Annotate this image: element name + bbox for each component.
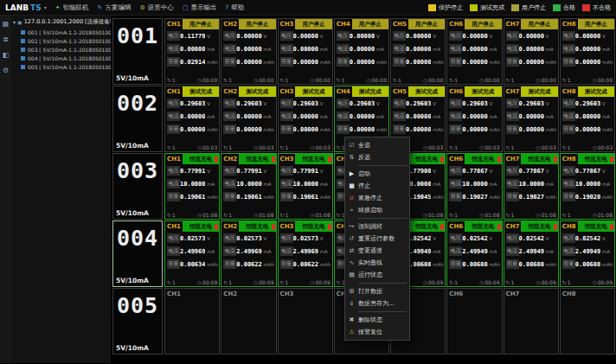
channel-cell[interactable]: CH5 用户停止 电压 0.00000 V 电流 0.00000 mA 容量 0…	[390, 18, 446, 85]
logo-dropdown-icon[interactable]: ▾	[44, 4, 47, 10]
app-logo[interactable]: LANB TS ▾	[5, 3, 47, 12]
channel-cell[interactable]: CH1 测试完成 电压 0.29603 V 电流 0.00000 mA 容量 0…	[164, 86, 220, 152]
time-indicator: ◷00:09	[310, 279, 330, 285]
step-icon: ↻	[337, 279, 341, 285]
channel-cell[interactable]: CH7 恒流充电 电压 0.77867 V 电流 10.0000 mA 容量 0…	[504, 153, 559, 220]
current-label: 电流	[393, 112, 406, 121]
channel-cell[interactable]: CH3	[278, 288, 333, 354]
titlebar-menu-item[interactable]: ⚙ 设置中心	[139, 3, 173, 12]
channel-cell[interactable]: CH8	[560, 288, 615, 354]
context-menu-item[interactable]: ↺ 重置运行参数	[345, 233, 409, 245]
clock-icon: ◷	[536, 77, 540, 83]
capacity-label: 容量	[449, 192, 462, 201]
current-row: 电流 0.00000 mA	[447, 110, 501, 123]
channel-cell[interactable]: CH3 恒流充电 电压 0.77991 V 电流 10.0000 mA 容量 0…	[278, 153, 333, 220]
channel-cell[interactable]: CH8 恒流充电 电压 0.77867 V 电流 10.0000 mA 容量 0…	[560, 153, 615, 220]
channel-cell[interactable]: CH6 恒流充电 电压 0.77867 V 电流 10.0000 mA 容量 0…	[446, 153, 502, 220]
channel-cell[interactable]: CH6	[446, 288, 502, 354]
channel-cell[interactable]: CH7 用户停止 电压 0.00000 V 电流 0.00000 mA 容量 0…	[504, 18, 559, 85]
channel-cell[interactable]: CH3 恒阻充电 电压 0.02573 V 电流 2.49969 mA 容量 0…	[278, 220, 333, 287]
tree-device-item[interactable]: 001 [ 5V/10mA-1.1-201805010001]	[13, 28, 109, 36]
channel-cell[interactable]: CH2 用户停止 电压 0.00000 V 电流 0.00000 mA 容量 0…	[221, 18, 276, 85]
context-menu-item[interactable]: ☑ 全选	[345, 139, 409, 151]
channel-cell[interactable]: CH6 测试完成 电压 0.29603 V 电流 0.00000 mA 容量 0…	[446, 86, 502, 152]
channel-cell[interactable]: CH6 用户停止 电压 0.00000 V 电流 0.00000 mA 容量 0…	[446, 18, 502, 85]
channel-cell[interactable]: CH4 用户停止 电压 0.00000 V 电流 0.00000 mA 容量 0…	[334, 18, 389, 85]
titlebar-menu-item[interactable]: ▢ 显示输出	[183, 3, 217, 12]
device-display[interactable]: 004 5V/10mA	[112, 220, 163, 287]
voltage-value: 0.00000	[406, 33, 431, 40]
channel-cell[interactable]: CH8 测试完成 电压 0.29603 V 电流 0.00000 mA 容量 0…	[560, 86, 615, 152]
step-icon: ↻	[506, 144, 510, 150]
channel-cell[interactable]: CH1 恒阻充电 电压 0.02573 V 电流 2.49969 mA 容量 0…	[164, 220, 220, 287]
device-display[interactable]: 005 5V/10mA	[112, 288, 163, 354]
tree-device-item[interactable]: 002 [ 5V/10mA-1.1-201805010002]	[13, 36, 109, 45]
context-menu-item[interactable]: ⇅ 反选	[345, 151, 409, 163]
context-menu-item[interactable]: ■ 停止	[345, 180, 409, 192]
channel-cell[interactable]: CH8 用户停止 电压 0.00000 V 电流 0.00000 mA 容量 0…	[560, 18, 615, 85]
tree-collapse-icon[interactable]: ▾	[13, 19, 16, 25]
channel-cell[interactable]: CH7	[504, 288, 559, 354]
context-menu-item[interactable]: ∿ 实时曲线	[345, 257, 409, 269]
capacity-row: 容量 0.00622 mAh	[279, 258, 332, 271]
context-menu-item[interactable]: ⇓ 数据另存为...	[345, 297, 409, 310]
current-label: 电流	[167, 246, 180, 256]
channel-header: CH2 恒阻充电	[221, 221, 275, 232]
titlebar-menu-item[interactable]: ? 帮助	[225, 3, 244, 12]
record-panel-icon[interactable]: ◧	[3, 51, 10, 59]
device-display[interactable]: 002 5V/10mA	[112, 86, 163, 152]
channel-footer: ↻1 ◷00:09	[221, 279, 275, 286]
context-menu-item[interactable]: ▶ 启动	[345, 168, 409, 180]
capacity-unit: mAh	[205, 262, 217, 267]
current-value: 2.49969	[236, 248, 261, 255]
channel-cell[interactable]: CH2 恒流充电 电压 0.77991 V 电流 10.0000 mA 容量 0…	[221, 153, 276, 220]
channel-footer: ↻1 ◷00:00	[447, 77, 501, 84]
context-menu-item[interactable]: ⊞ 打开数据	[345, 285, 409, 297]
clock-icon: ◷	[310, 212, 314, 218]
channel-cell[interactable]: CH8 恒阻充电 电压 0.02542 V 电流 2.49949 mA 容量 0…	[560, 220, 615, 287]
channel-cell[interactable]: CH1	[164, 288, 220, 354]
capacity-unit: mAh	[431, 195, 443, 200]
device-display[interactable]: 001 5V/10mA	[112, 18, 163, 85]
channel-header: CH6	[447, 289, 501, 299]
channel-cell[interactable]: CH2	[221, 288, 276, 354]
time-indicator: ◷01:08	[479, 212, 500, 218]
context-menu-item[interactable]: ⇄ 变更通道	[345, 245, 409, 257]
current-row: 电流 10.0000 mA	[165, 177, 219, 190]
context-menu-item[interactable]: ⊘ 紧急停止	[345, 192, 409, 204]
context-menu-item[interactable]: » 续接启动	[345, 204, 409, 216]
tools-panel-icon[interactable]: ⚙	[3, 67, 9, 74]
step-indicator: ↻1	[449, 144, 458, 150]
context-menu-item[interactable]: ✖ 删除状态	[345, 314, 409, 326]
channel-cell[interactable]: CH1 恒流充电 电压 0.77991 V 电流 10.0000 mA 容量 0…	[164, 153, 220, 220]
channel-cell[interactable]: CH1 用户停止 电压 0.11779 V 电流 0.00000 mA 容量 0…	[164, 18, 220, 85]
titlebar-menu-item[interactable]: ✦ 智能联机	[55, 3, 89, 12]
context-menu-item[interactable]: ▤ 运行状态	[345, 269, 409, 281]
current-row: 电流 0.00000 mA	[221, 110, 275, 123]
tree-device-item[interactable]: 005 [ 5V/10mA-1.1-201805010005]	[13, 62, 109, 71]
channel-cell[interactable]: CH6 恒阻充电 电压 0.02542 V 电流 2.49949 mA 容量 0…	[446, 220, 502, 287]
device-display[interactable]: 003 5V/10mA	[112, 153, 163, 220]
channel-footer: ↻1 ◷01:08	[561, 212, 614, 219]
tree-root-node[interactable]: ▾ ▣ 127.0.0.1:2001,2000 [连接设备5 台]	[13, 18, 109, 26]
channel-status: 测试完成	[521, 86, 557, 97]
channel-status: 恒流充电	[408, 154, 445, 164]
channel-cell[interactable]: CH7 测试完成 电压 0.29603 V 电流 0.00000 mA 容量 0…	[504, 86, 559, 152]
titlebar-menu-item[interactable]: ✎ 方案编辑	[98, 3, 132, 12]
channel-cell[interactable]: CH2 测试完成 电压 0.29603 V 电流 0.00000 mA 容量 0…	[221, 86, 276, 152]
time-indicator: ◷00:00	[197, 77, 218, 83]
data-panel-icon[interactable]: ≣	[3, 35, 9, 43]
display-output-icon: ▢	[183, 4, 189, 11]
context-menu-item[interactable]: ⚠ 报警复位	[345, 326, 409, 338]
voltage-label: 电压	[562, 233, 575, 243]
step-icon: ↻	[562, 279, 567, 285]
channel-cell[interactable]: CH3 测试完成 电压 0.29603 V 电流 0.00000 mA 容量 0…	[278, 86, 333, 152]
tree-device-item[interactable]: 003 [ 5V/10mA-1.1-201805010003]	[13, 45, 109, 54]
channel-cell[interactable]: CH2 恒阻充电 电压 0.02573 V 电流 2.49969 mA 容量 0…	[221, 220, 276, 287]
channel-cell[interactable]: CH7 恒阻充电 电压 0.02542 V 电流 2.49949 mA 容量 0…	[504, 220, 559, 287]
channel-cell[interactable]: CH3 用户停止 电压 0.00000 V 电流 0.00000 mA 容量 0…	[278, 18, 333, 85]
context-menu-item[interactable]: ↪ 强制跳转	[345, 220, 409, 233]
device-panel-icon[interactable]: ▦	[3, 20, 10, 28]
tree-device-item[interactable]: 004 [ 5V/10mA-1.1-201805010004]	[13, 54, 109, 62]
tree-device-label: 004 [ 5V/10mA-1.1-201805010004]	[28, 55, 111, 61]
